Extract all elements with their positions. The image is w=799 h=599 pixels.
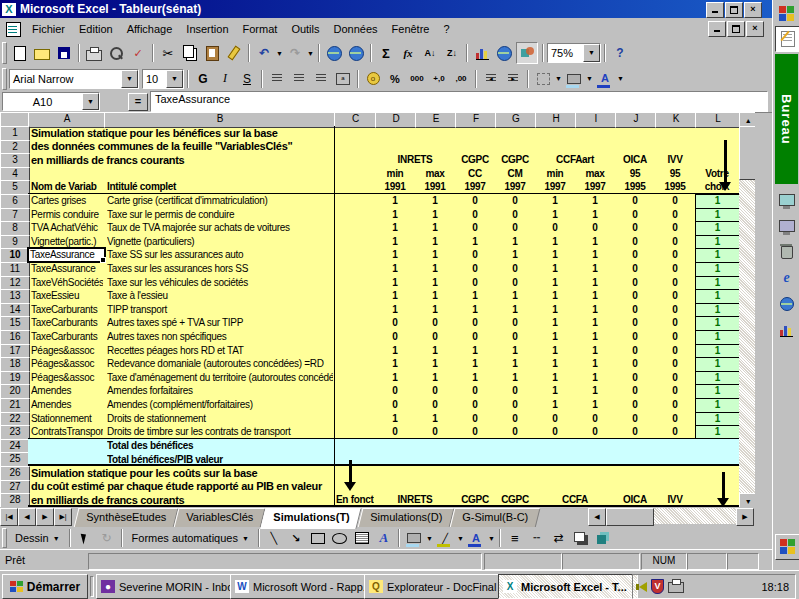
underline-icon[interactable]: S: [237, 69, 257, 89]
map-globe-icon[interactable]: [775, 292, 798, 316]
scroll-down-icon[interactable]: ▼: [739, 493, 755, 507]
open-icon[interactable]: [32, 43, 52, 63]
value-cell[interactable]: 0: [615, 248, 655, 262]
new-icon[interactable]: [10, 43, 30, 63]
value-cell[interactable]: 1: [375, 208, 415, 222]
chevron-down-icon[interactable]: ▼: [583, 44, 600, 62]
value-cell[interactable]: 1: [375, 235, 415, 249]
value-cell[interactable]: 0: [655, 316, 695, 330]
value-cell[interactable]: 1: [575, 289, 615, 303]
group-header-cgpc[interactable]: CGPC: [495, 153, 535, 167]
year-header[interactable]: 1991: [375, 180, 415, 194]
value-cell[interactable]: 1: [535, 330, 575, 344]
value-cell[interactable]: 1: [535, 276, 575, 290]
value-cell[interactable]: 0: [655, 289, 695, 303]
task-button-3[interactable]: QExplorateur - DocFinal: [364, 574, 504, 599]
value-cell[interactable]: 1: [495, 371, 535, 385]
sub-header[interactable]: 95: [655, 167, 695, 181]
value-cell[interactable]: 0: [415, 330, 455, 344]
menu-item-affichage[interactable]: Affichage: [120, 21, 180, 37]
value-cell[interactable]: 1: [535, 371, 575, 385]
value-cell[interactable]: 1: [455, 303, 495, 317]
value-cell[interactable]: 1: [415, 412, 455, 426]
value-cell[interactable]: 1: [375, 289, 415, 303]
sub-header[interactable]: min: [535, 167, 575, 181]
value-cell[interactable]: 0: [455, 208, 495, 222]
value-cell[interactable]: 1: [535, 194, 575, 208]
value-cell[interactable]: 0: [415, 425, 455, 439]
group-header-oica[interactable]: OICA: [615, 153, 655, 167]
chart-shortcut-icon[interactable]: [775, 318, 798, 342]
value-cell[interactable]: 1: [575, 371, 615, 385]
value-cell[interactable]: 0: [575, 221, 615, 235]
next-sheet-icon[interactable]: ▶: [36, 508, 54, 526]
col-header-J[interactable]: J: [615, 112, 657, 128]
value-cell[interactable]: 0: [655, 194, 695, 208]
value-cell[interactable]: 0: [615, 235, 655, 249]
text-box-icon[interactable]: [352, 528, 372, 548]
value-cell[interactable]: 0: [615, 412, 655, 426]
value-cell[interactable]: 0: [455, 194, 495, 208]
value-cell[interactable]: 0: [575, 412, 615, 426]
value-cell[interactable]: 0: [455, 384, 495, 398]
office-logo-icon[interactable]: [775, 2, 798, 26]
value-cell[interactable]: 0: [375, 398, 415, 412]
var-desc-cell[interactable]: Taxes sur les assurances hors SS: [107, 262, 333, 276]
prev-sheet-icon[interactable]: ◀: [18, 508, 36, 526]
year-header[interactable]: 1991: [415, 180, 455, 194]
year-header[interactable]: 1995: [655, 180, 695, 194]
choix-label[interactable]: choix: [695, 180, 739, 194]
value-cell[interactable]: 0: [615, 221, 655, 235]
value-cell[interactable]: 0: [375, 330, 415, 344]
value-cell[interactable]: 0: [655, 425, 695, 439]
value-cell[interactable]: 1: [535, 208, 575, 222]
var-desc-cell[interactable]: TIPP transport: [107, 303, 333, 317]
fill-color-icon[interactable]: [404, 528, 424, 548]
var-desc-cell[interactable]: Taxe à l'essieu: [107, 289, 333, 303]
value-cell[interactable]: 1: [575, 330, 615, 344]
toolbar-grip[interactable]: [2, 68, 7, 90]
copy-icon[interactable]: [180, 43, 200, 63]
value-cell[interactable]: 1: [415, 262, 455, 276]
value-cell[interactable]: 1: [375, 262, 415, 276]
value-cell[interactable]: 1: [575, 344, 615, 358]
value-cell[interactable]: 1: [575, 398, 615, 412]
chevron-down-icon[interactable]: ▼: [166, 70, 183, 88]
sub-header[interactable]: max: [575, 167, 615, 181]
value-cell[interactable]: 0: [495, 262, 535, 276]
value-cell[interactable]: 1: [575, 316, 615, 330]
menu-item-fichier[interactable]: Fichier: [25, 21, 72, 37]
increase-indent-icon[interactable]: ▸: [503, 69, 523, 89]
year-header[interactable]: 1997: [455, 180, 495, 194]
value-cell[interactable]: 0: [495, 208, 535, 222]
sub-header[interactable]: CM: [495, 167, 535, 181]
map-icon[interactable]: [494, 43, 514, 63]
var-name-cell[interactable]: Amendes: [31, 398, 103, 412]
fill-color-dropdown-icon[interactable]: ▼: [425, 528, 434, 548]
horizontal-scroll-track[interactable]: [606, 508, 736, 524]
var-name-cell[interactable]: Péages&assoc: [31, 344, 103, 358]
value-cell[interactable]: 1: [575, 276, 615, 290]
menu-item-?[interactable]: ?: [436, 21, 456, 37]
menu-item-insertion[interactable]: Insertion: [179, 21, 235, 37]
menu-item-fentre[interactable]: Fenêtre: [385, 21, 437, 37]
var-name-cell[interactable]: Permis conduire: [31, 208, 103, 222]
header-intitule-complet[interactable]: Intitulé complet: [107, 180, 332, 194]
value-cell[interactable]: 0: [495, 330, 535, 344]
var-desc-cell[interactable]: Autres taxes spé + TVA sur TIPP: [107, 316, 333, 330]
autosum-icon[interactable]: Σ: [376, 43, 396, 63]
value-cell[interactable]: 1: [415, 276, 455, 290]
cut-icon[interactable]: ✂: [158, 43, 178, 63]
value-cell[interactable]: 0: [655, 262, 695, 276]
volume-icon[interactable]: [639, 582, 647, 592]
horizontal-scrollbar[interactable]: ◀ ▶: [588, 508, 754, 526]
value-cell[interactable]: 0: [535, 221, 575, 235]
toolbar-grip[interactable]: [2, 528, 7, 548]
sheet-title-line-2[interactable]: des données communes de la feuille "Vari…: [31, 140, 331, 154]
value-cell[interactable]: 1: [495, 289, 535, 303]
sort-ascending-icon[interactable]: A↓: [420, 43, 440, 63]
value-cell[interactable]: 1: [495, 248, 535, 262]
bureau-panel[interactable]: Bureau: [775, 54, 798, 184]
wordart-icon[interactable]: A: [374, 528, 394, 548]
align-right-icon[interactable]: [311, 69, 331, 89]
